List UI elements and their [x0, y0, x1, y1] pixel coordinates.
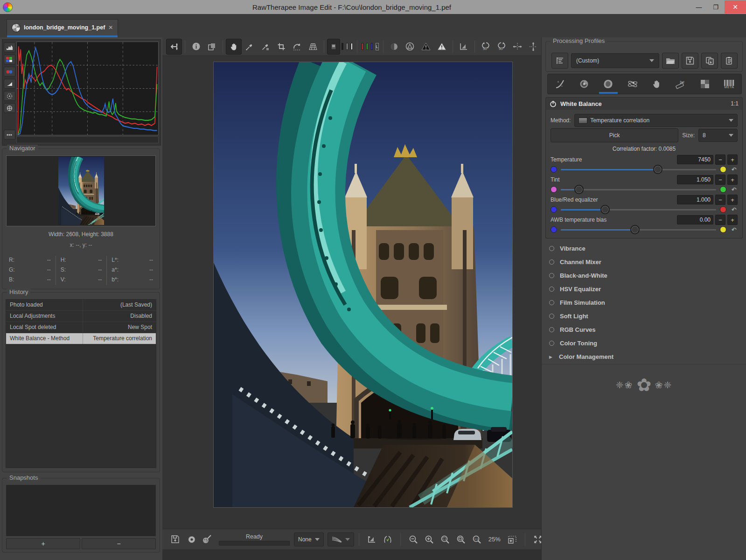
white-balance-header[interactable]: White Balance 1:1: [545, 97, 743, 110]
background-color-button[interactable]: [327, 39, 340, 55]
hand-tool-button[interactable]: [226, 39, 242, 55]
color-profile-button[interactable]: [328, 532, 354, 546]
green-channel-swatch[interactable]: [366, 43, 368, 50]
increment-button[interactable]: +: [727, 215, 738, 225]
reset-icon[interactable]: ↶: [730, 186, 738, 193]
highlight-clipping-button[interactable]: [434, 39, 450, 55]
gamut-warning-button[interactable]: [380, 532, 396, 547]
slider-value-field[interactable]: 1.000: [677, 195, 713, 204]
slider-track[interactable]: [561, 169, 716, 170]
save-profile-button[interactable]: [682, 53, 698, 69]
histogram-rgb-icon[interactable]: [4, 55, 15, 64]
power-ring-icon[interactable]: [549, 287, 554, 292]
history-row[interactable]: Local Spot deleted New Spot: [6, 322, 156, 333]
tool-color-toning[interactable]: Color Toning: [545, 336, 743, 350]
power-ring-icon[interactable]: [549, 300, 554, 305]
fill-mode-button[interactable]: [551, 53, 568, 69]
tab-locallab[interactable]: [645, 74, 669, 94]
zoom-out-button[interactable]: [405, 532, 421, 547]
slider-value-field[interactable]: 1.050: [677, 175, 713, 184]
load-profile-button[interactable]: [662, 53, 679, 69]
power-ring-icon[interactable]: [549, 273, 554, 278]
slider-track[interactable]: [561, 189, 716, 190]
tool-black-and-white[interactable]: Black-and-White: [545, 269, 743, 282]
image-tab[interactable]: london_bridge_moving_1.pef ✕: [7, 19, 118, 35]
slider-value-field[interactable]: 7450: [677, 155, 713, 164]
tool-vibrance[interactable]: Vibrance: [545, 242, 743, 255]
power-ring-icon[interactable]: [549, 314, 554, 319]
perspective-tool-button[interactable]: [305, 39, 321, 55]
power-ring-icon[interactable]: [549, 246, 554, 251]
history-row[interactable]: Photo loaded (Last Saved): [6, 300, 156, 311]
minimize-button[interactable]: —: [691, 1, 707, 13]
increment-button[interactable]: +: [727, 154, 738, 165]
tool-channel-mixer[interactable]: Channel Mixer: [545, 255, 743, 269]
bg-dark-swatch[interactable]: [342, 43, 343, 50]
preview-sharpen-button[interactable]: [456, 39, 472, 55]
slider-track[interactable]: [561, 229, 716, 231]
snapshots-list[interactable]: [6, 485, 156, 536]
power-ring-icon[interactable]: [549, 259, 554, 265]
zoom-fit-button[interactable]: [437, 532, 453, 547]
tab-exposure[interactable]: +−: [548, 74, 572, 94]
shadow-clipping-button[interactable]: [418, 39, 434, 55]
histogram-plot[interactable]: [16, 42, 159, 135]
histogram-value-icon[interactable]: [4, 42, 15, 52]
flip-horizontal-button[interactable]: [509, 39, 525, 55]
tab-close-icon[interactable]: ✕: [108, 24, 113, 31]
image-canvas[interactable]: [162, 56, 541, 529]
zoom-in-button[interactable]: [421, 532, 437, 547]
spot-wb-pick-button[interactable]: Pick: [551, 128, 678, 142]
reset-icon[interactable]: ↶: [730, 206, 738, 213]
maximize-button[interactable]: ❐: [708, 1, 724, 13]
expander-arrow-icon[interactable]: ▶: [549, 355, 553, 359]
histogram-bar-icon[interactable]: [4, 103, 15, 113]
send-to-editor-button[interactable]: [199, 532, 215, 547]
tool-color-management[interactable]: ▶Color Management: [545, 350, 743, 364]
decrement-button[interactable]: −: [715, 215, 725, 225]
paste-profile-button[interactable]: [721, 53, 738, 69]
rotate-left-button[interactable]: 90°: [478, 39, 494, 55]
histogram-options-icon[interactable]: [4, 130, 15, 140]
tab-color[interactable]: [596, 74, 621, 94]
luminosity-channel-button[interactable]: L: [376, 43, 379, 50]
tab-detail[interactable]: [572, 74, 596, 94]
softproof-button[interactable]: [364, 532, 380, 547]
zoom-fit-crop-button[interactable]: [453, 532, 469, 547]
false-color-button[interactable]: [386, 39, 402, 55]
tool-hsv-equalizer[interactable]: HSV Equalizer: [545, 282, 743, 296]
save-image-button[interactable]: [167, 532, 183, 547]
decrement-button[interactable]: −: [715, 195, 725, 205]
flip-vertical-button[interactable]: [525, 39, 541, 55]
decrement-button[interactable]: −: [715, 154, 725, 165]
tool-film-simulation[interactable]: Film Simulation: [545, 296, 743, 309]
queue-processing-button[interactable]: [183, 532, 199, 547]
power-ring-icon[interactable]: [549, 327, 554, 332]
history-row[interactable]: Local Adjustments Disabled: [6, 311, 156, 322]
histogram-raw-icon[interactable]: [4, 91, 15, 101]
photo-tower-bridge[interactable]: [213, 62, 513, 508]
zoom-100-button[interactable]: 1:1: [469, 532, 485, 547]
rotate-right-button[interactable]: 90°: [494, 39, 509, 55]
add-detail-window-button[interactable]: [504, 532, 520, 547]
navigator-thumbnail[interactable]: [6, 155, 156, 226]
white-balance-picker-button[interactable]: [242, 39, 258, 55]
crop-tool-button[interactable]: [273, 39, 289, 55]
color-picker-button[interactable]: [258, 39, 273, 55]
slider-track[interactable]: [561, 209, 716, 210]
increment-button[interactable]: +: [727, 175, 738, 185]
slider-value-field[interactable]: 0.00: [677, 215, 713, 224]
profile-select[interactable]: (Custom): [571, 53, 659, 68]
decrement-button[interactable]: −: [715, 175, 725, 185]
reset-icon[interactable]: ↶: [730, 226, 738, 233]
histogram-luma-icon[interactable]: [4, 79, 15, 89]
gamut-check-button[interactable]: [402, 39, 418, 55]
delete-snapshot-button[interactable]: −: [82, 538, 156, 549]
add-snapshot-button[interactable]: +: [6, 538, 80, 549]
histogram-scrollbar[interactable]: [16, 136, 159, 143]
wb-method-select[interactable]: Temperature correlation: [574, 114, 738, 127]
power-ring-icon[interactable]: [549, 341, 554, 346]
spot-size-select[interactable]: 8: [698, 129, 738, 142]
power-icon[interactable]: [550, 100, 557, 107]
preview-mode-select[interactable]: None: [294, 532, 324, 546]
